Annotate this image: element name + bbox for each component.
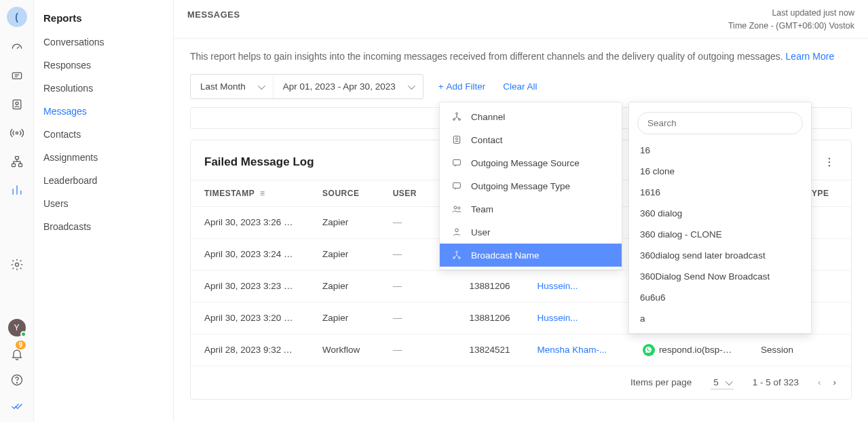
- broadcast-option[interactable]: 1616: [629, 182, 811, 203]
- broadcast-option[interactable]: 360 dialog: [629, 203, 811, 224]
- settings-icon[interactable]: [9, 256, 25, 273]
- contacts-icon[interactable]: [9, 96, 25, 113]
- cell-user: —: [379, 206, 435, 238]
- svg-rect-6: [18, 164, 22, 166]
- svg-point-17: [455, 138, 457, 140]
- sidebar-item-users[interactable]: Users: [34, 192, 173, 215]
- cell-contact[interactable]: Mensha Kham-...: [524, 334, 629, 366]
- svg-point-13: [456, 113, 458, 115]
- svg-point-2: [15, 102, 18, 104]
- cell-source: Zapier: [309, 206, 379, 238]
- sidebar-item-contacts[interactable]: Contacts: [34, 123, 173, 146]
- reports-icon[interactable]: [9, 182, 25, 198]
- svg-point-7: [15, 263, 18, 267]
- user-icon: [451, 226, 463, 238]
- filter-option-channel[interactable]: Channel: [440, 105, 622, 128]
- cell-timestamp: April 30, 2023 3:23 PM: [191, 270, 309, 302]
- message-icon: [451, 157, 463, 169]
- sidebar-item-assignments[interactable]: Assignments: [34, 146, 173, 169]
- sidebar-item-messages[interactable]: Messages: [34, 100, 173, 123]
- cell-source: Zapier: [309, 270, 379, 302]
- card-options-button[interactable]: [821, 154, 837, 170]
- chevron-down-icon: [725, 377, 731, 387]
- cell-contact[interactable]: Hussein...: [524, 270, 629, 302]
- broadcast-option[interactable]: 16 clone: [629, 161, 811, 182]
- broadcast-option[interactable]: 360dialog send later broadcast: [629, 245, 811, 266]
- table-footer: Items per page 5 1 - 5 of 323 ‹ ›: [191, 366, 851, 399]
- broadcast-icon[interactable]: [9, 125, 25, 141]
- filter-option-oms[interactable]: Outgoing Message Source: [440, 151, 622, 174]
- notification-count-badge: 9: [16, 341, 26, 349]
- filter-option-label: Team: [471, 204, 493, 214]
- filter-option-label: Broadcast Name: [471, 250, 540, 261]
- filter-option-omt[interactable]: Outgoing Message Type: [440, 174, 622, 197]
- cell-contact[interactable]: Hussein...: [524, 302, 629, 334]
- broadcast-option[interactable]: a: [629, 308, 811, 329]
- filter-option-label: Contact: [471, 135, 503, 145]
- search-input[interactable]: [637, 112, 803, 134]
- filter-option-contact[interactable]: Contact: [440, 128, 622, 151]
- date-range-picker[interactable]: Last Month Apr 01, 2023 - Apr 30, 2023: [190, 74, 423, 99]
- cell-user: —: [379, 302, 435, 334]
- dashboard-icon[interactable]: [9, 39, 25, 56]
- col-timestamp[interactable]: TIMESTAMP ≡: [191, 180, 309, 206]
- cell-timestamp: April 30, 2023 3:26 PM: [191, 206, 309, 238]
- whatsapp-icon: [643, 344, 655, 356]
- chevron-down-icon: [408, 81, 413, 92]
- icon-rail: ( Y 9: [0, 0, 34, 422]
- cell-user: —: [379, 238, 435, 270]
- checkmarks-icon[interactable]: [9, 398, 25, 414]
- clear-all-button[interactable]: Clear All: [500, 77, 540, 96]
- filter-category-dropdown: ChannelContactOutgoing Message SourceOut…: [439, 102, 622, 270]
- learn-more-link[interactable]: Learn More: [786, 51, 835, 62]
- cell-timestamp: April 30, 2023 3:20 PM: [191, 302, 309, 334]
- cell-type: Session: [747, 334, 851, 366]
- svg-rect-0: [12, 73, 21, 79]
- broadcast-option[interactable]: 6u6u6: [629, 287, 811, 308]
- add-filter-button[interactable]: + Add Filter: [436, 77, 489, 96]
- filter-option-user[interactable]: User: [440, 220, 622, 244]
- cell-source: Zapier: [309, 302, 379, 334]
- sidebar-item-resolutions[interactable]: Resolutions: [34, 77, 173, 100]
- filter-option-label: Outgoing Message Type: [471, 181, 570, 191]
- cell-user: —: [379, 334, 435, 366]
- help-icon[interactable]: [9, 372, 25, 388]
- card-title: Failed Message Log: [204, 155, 314, 169]
- filter-option-team[interactable]: Team: [440, 197, 622, 220]
- date-range-select[interactable]: Apr 01, 2023 - Apr 30, 2023: [273, 75, 423, 98]
- pagination-range: 1 - 5 of 323: [753, 377, 799, 387]
- report-description: This report helps to gain insights into …: [174, 39, 868, 64]
- date-preset-select[interactable]: Last Month: [191, 75, 273, 98]
- sidebar-item-responses[interactable]: Responses: [34, 54, 173, 77]
- messages-icon[interactable]: [9, 68, 25, 84]
- network-icon: [451, 111, 463, 123]
- sidebar-item-broadcasts[interactable]: Broadcasts: [34, 215, 173, 238]
- workflow-icon[interactable]: [9, 153, 25, 170]
- sidebar-item-leaderboard[interactable]: Leaderboard: [34, 169, 173, 192]
- filter-option-broadcast[interactable]: Broadcast Name: [440, 244, 622, 267]
- header-meta: Last updated just now Time Zone - (GMT+0…: [728, 7, 854, 33]
- cell-message-id: 13881206: [435, 270, 524, 302]
- svg-point-9: [16, 383, 17, 383]
- presence-dot: [20, 331, 26, 337]
- filter-option-label: Channel: [471, 112, 505, 122]
- cell-source: Zapier: [309, 238, 379, 270]
- sidebar-item-conversations[interactable]: Conversations: [34, 31, 173, 54]
- page-title: MESSAGES: [187, 7, 240, 20]
- notifications-icon[interactable]: 9: [9, 346, 25, 362]
- chevron-down-icon: [258, 81, 263, 92]
- contact-icon: [451, 134, 463, 146]
- col-source[interactable]: SOURCE: [309, 180, 379, 206]
- next-page-button[interactable]: ›: [833, 377, 837, 387]
- user-avatar[interactable]: Y: [8, 319, 26, 337]
- sidebar-title: Reports: [34, 9, 173, 31]
- workspace-avatar[interactable]: (: [7, 7, 27, 27]
- broadcast-option[interactable]: 360Dialog Send Now Broadcast: [629, 266, 811, 287]
- cell-timestamp: April 30, 2023 3:24 PM: [191, 238, 309, 270]
- broadcast-option[interactable]: 16: [629, 140, 811, 161]
- broadcast-option[interactable]: 360 dialog - CLONE: [629, 224, 811, 245]
- col-user[interactable]: USER: [379, 180, 435, 206]
- prev-page-button[interactable]: ‹: [818, 377, 821, 387]
- items-per-page-select[interactable]: 5: [711, 376, 734, 389]
- items-per-page-label: Items per page: [630, 377, 692, 387]
